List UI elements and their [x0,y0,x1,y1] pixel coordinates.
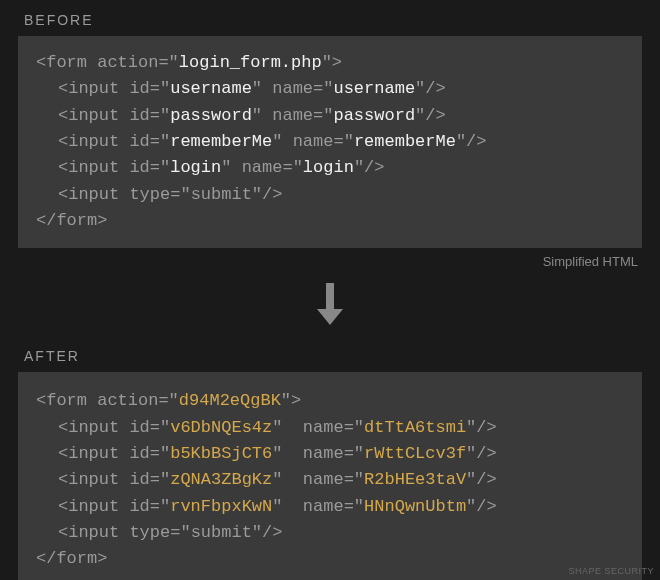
code-line: <input id="rvnFbpxKwN" name="HNnQwnUbtm"… [36,494,624,520]
image-credit: SHAPE SECURITY [568,566,654,576]
code-line: <input type="submit"/> [36,520,624,546]
before-label: BEFORE [0,0,660,36]
code-line: <input id="zQNA3ZBgKz" name="R2bHEe3taV"… [36,467,624,493]
before-code-block: <form action="login_form.php"> <input id… [18,36,642,248]
before-caption: Simplified HTML [0,254,638,269]
down-arrow-icon [319,283,341,325]
code-line: <input id="password" name="password"/> [36,103,624,129]
code-line: <input id="b5KbBSjCT6" name="rWttCLcv3f"… [36,441,624,467]
code-line: <input id="v6DbNQEs4z" name="dtTtA6tsmi"… [36,415,624,441]
code-line: <input id="username" name="username"/> [36,76,624,102]
code-line: </form> [36,546,624,572]
code-line: <input id="rememberMe" name="rememberMe"… [36,129,624,155]
after-label: AFTER [0,336,660,372]
code-line: <form action="login_form.php"> [36,50,624,76]
code-line: <input type="submit"/> [36,182,624,208]
after-code-block: <form action="d94M2eQgBK"> <input id="v6… [18,372,642,580]
code-line: <form action="d94M2eQgBK"> [36,388,624,414]
code-line: <input id="login" name="login"/> [36,155,624,181]
code-line: </form> [36,208,624,234]
arrow-container [0,283,660,330]
